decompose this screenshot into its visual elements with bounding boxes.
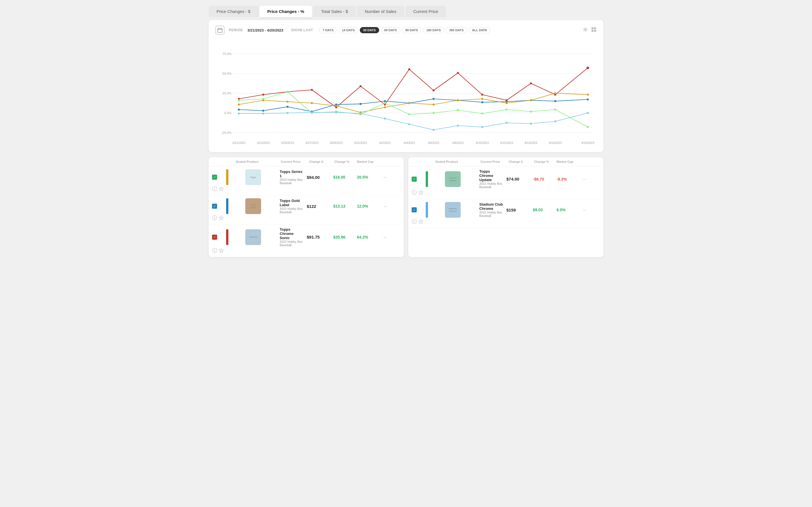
col-current-price-r: Current Price: [480, 160, 509, 163]
col-change-pct-r: Change %: [534, 160, 557, 163]
svg-point-51: [287, 106, 289, 108]
dollar-circle-icon[interactable]: $: [412, 219, 417, 225]
svg-text:4/16/2023: 4/16/2023: [549, 142, 562, 145]
svg-point-86: [408, 114, 410, 115]
market-cap: --: [384, 235, 400, 239]
svg-point-97: [311, 112, 313, 114]
svg-point-93: [587, 126, 589, 128]
svg-rect-8: [594, 30, 596, 32]
change-dollar: $35.86: [333, 235, 356, 239]
change-dollar: $13.13: [333, 204, 356, 209]
svg-point-108: [587, 112, 589, 114]
star-icon[interactable]: [219, 248, 224, 254]
product-image: ChromeUpdate: [445, 171, 461, 187]
svg-point-48: [587, 67, 589, 69]
table-row: ✓ ChromeUpdate Topps Chrome Update 2022 …: [408, 166, 603, 199]
chart-card: PERIOD 3/21/2023 - 4/20/2023 SHOW LAST 7…: [209, 20, 603, 152]
svg-point-72: [433, 104, 435, 106]
product-image: Chrome: [245, 229, 261, 245]
svg-text:4/2/2023: 4/2/2023: [379, 142, 391, 145]
svg-point-55: [384, 100, 386, 102]
table-row: ✓ Topps Topps Series 1 2023 Hobby Box Ba…: [209, 166, 404, 195]
tab-number-of-sales[interactable]: Number of Sales: [357, 6, 404, 17]
svg-point-79: [238, 100, 240, 101]
svg-marker-117: [219, 248, 223, 252]
svg-point-95: [262, 113, 264, 115]
time-btn-14days[interactable]: 14 DAYS: [339, 27, 358, 33]
product-name: Topps Gold Label: [280, 199, 303, 207]
svg-point-89: [481, 113, 483, 115]
svg-point-4: [585, 29, 586, 31]
row-actions: $: [412, 190, 423, 196]
svg-text:$: $: [214, 216, 215, 219]
grid-icon[interactable]: [591, 27, 597, 34]
dollar-circle-icon[interactable]: $: [212, 186, 217, 192]
row-checkbox[interactable]: ✓: [212, 204, 217, 209]
svg-text:50.0%: 50.0%: [222, 72, 232, 75]
product-sub2: Baseball: [479, 185, 503, 189]
svg-point-92: [554, 109, 556, 111]
product-image: GoldLabel: [245, 198, 261, 214]
svg-point-105: [506, 122, 507, 124]
time-btn-60days[interactable]: 60 DAYS: [381, 27, 400, 33]
row-checkbox[interactable]: ✓: [212, 235, 217, 240]
svg-text:4/8/2023: 4/8/2023: [452, 142, 464, 145]
row-checkbox[interactable]: ✓: [412, 177, 417, 182]
market-cap: --: [384, 204, 400, 209]
svg-text:3/29/2023: 3/29/2023: [329, 142, 343, 145]
time-btn-90days[interactable]: 90 DAYS: [402, 27, 421, 33]
product-sub1: 2023 Hobby Box: [280, 178, 303, 181]
svg-text:$: $: [413, 191, 415, 194]
market-cap: --: [384, 175, 400, 179]
row-actions: $: [212, 186, 223, 192]
time-btn-alldata[interactable]: ALL DATA: [469, 27, 490, 33]
svg-point-41: [408, 68, 410, 70]
tab-price-change-pct[interactable]: Price Changes - %: [259, 6, 312, 17]
tab-current-price[interactable]: Current Price: [405, 6, 446, 17]
product-sub2: Baseball: [280, 243, 303, 247]
svg-point-70: [384, 107, 386, 108]
row-checkbox[interactable]: ✓: [412, 207, 417, 212]
col-actions: [382, 160, 399, 163]
dollar-circle-icon[interactable]: $: [212, 215, 217, 221]
product-info: Topps Gold Label 2022 Hobby Box Baseball: [277, 199, 306, 214]
svg-point-103: [457, 125, 459, 127]
right-table: Sealed Product Current Price Change $ Ch…: [408, 157, 603, 257]
col-change-dollar-r: Change $: [509, 160, 534, 163]
svg-point-42: [433, 90, 435, 92]
calendar-icon[interactable]: [215, 25, 224, 35]
svg-point-64: [238, 104, 240, 106]
star-icon[interactable]: [219, 186, 224, 192]
change-dollar: $9.03: [533, 208, 555, 212]
tab-price-change-dollar[interactable]: Price Changes - $: [209, 6, 258, 17]
tab-total-sales[interactable]: Total Sales - $: [313, 6, 356, 17]
svg-point-62: [554, 100, 556, 102]
product-img-label: Chrome: [249, 236, 257, 238]
time-btn-7days[interactable]: 7 DAYS: [319, 27, 337, 33]
dollar-circle-icon[interactable]: $: [412, 190, 417, 196]
settings-icon[interactable]: [582, 27, 588, 34]
dollar-circle-icon[interactable]: $: [212, 248, 217, 254]
time-btn-365days[interactable]: 365 DAYS: [446, 27, 467, 33]
svg-text:3/23/2023: 3/23/2023: [257, 142, 270, 145]
time-btn-180days[interactable]: 180 DAYS: [423, 27, 444, 33]
svg-text:$: $: [214, 187, 215, 190]
svg-point-57: [433, 98, 435, 100]
row-checkbox[interactable]: ✓: [212, 175, 217, 180]
left-table: Sealed Product Current Price Change $ Ch…: [209, 157, 404, 257]
svg-point-67: [311, 102, 313, 104]
svg-point-96: [287, 112, 289, 114]
svg-point-78: [587, 94, 589, 96]
star-icon[interactable]: [219, 215, 224, 221]
star-icon[interactable]: [418, 219, 423, 225]
time-btn-30days[interactable]: 30 DAYS: [360, 27, 379, 33]
svg-point-99: [359, 113, 361, 115]
svg-text:4/19/2023: 4/19/2023: [581, 142, 595, 145]
svg-text:-25.0%: -25.0%: [221, 131, 232, 134]
chart-controls: [582, 27, 597, 34]
svg-point-73: [457, 100, 459, 101]
svg-text:4/4/2023: 4/4/2023: [403, 142, 415, 145]
product-sub2: Baseball: [479, 214, 503, 217]
star-icon[interactable]: [418, 190, 423, 196]
svg-point-77: [554, 93, 556, 94]
